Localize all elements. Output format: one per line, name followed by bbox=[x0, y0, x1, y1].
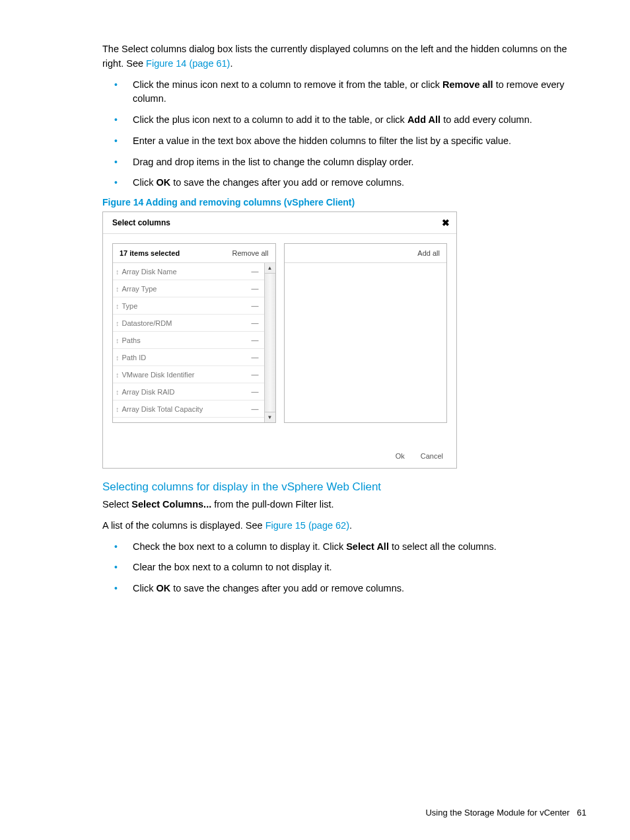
close-icon[interactable]: ✖ bbox=[442, 217, 450, 228]
intro-paragraph: The Select columns dialog box lists the … bbox=[102, 42, 574, 71]
list-item[interactable]: ↕Paths— bbox=[113, 332, 264, 349]
bullet-list-1: Click the minus icon next to a column to… bbox=[102, 78, 574, 191]
figure15-link[interactable]: Figure 15 (page 62) bbox=[265, 520, 349, 531]
add-all-button[interactable]: Add all bbox=[417, 249, 440, 257]
drag-handle-icon[interactable]: ↕ bbox=[116, 285, 120, 293]
body-paragraph: Select Select Columns... from the pull-d… bbox=[102, 498, 574, 512]
remove-all-button[interactable]: Remove all bbox=[232, 249, 268, 257]
body-paragraph: A list of the columns is displayed. See … bbox=[102, 519, 574, 533]
figure14-link[interactable]: Figure 14 (page 61) bbox=[146, 58, 230, 69]
selected-count-label: 17 items selected bbox=[120, 249, 180, 257]
list-item: Enter a value in the text box above the … bbox=[133, 134, 574, 149]
minus-icon[interactable]: — bbox=[252, 336, 259, 344]
drag-handle-icon[interactable]: ↕ bbox=[116, 388, 120, 396]
minus-icon[interactable]: — bbox=[252, 302, 259, 310]
minus-icon[interactable]: — bbox=[252, 371, 259, 379]
minus-icon[interactable]: — bbox=[252, 354, 259, 362]
intro-period: . bbox=[230, 58, 232, 69]
drag-handle-icon[interactable]: ↕ bbox=[116, 268, 120, 276]
drag-handle-icon[interactable]: ↕ bbox=[116, 336, 120, 344]
list-item[interactable]: ↕Datastore/RDM— bbox=[113, 315, 264, 332]
scroll-down-icon[interactable]: ▼ bbox=[265, 412, 275, 422]
list-item[interactable]: ↕Array Disk Name— bbox=[113, 263, 264, 280]
list-item: Click the plus icon next to a column to … bbox=[133, 113, 574, 128]
list-item: Click OK to save the changes after you a… bbox=[133, 582, 574, 596]
list-item[interactable]: ↕Array Disk Total Capacity— bbox=[113, 401, 264, 418]
drag-handle-icon[interactable]: ↕ bbox=[116, 319, 120, 327]
list-item[interactable]: ↕Array Type— bbox=[113, 280, 264, 297]
drag-handle-icon[interactable]: ↕ bbox=[116, 405, 120, 413]
list-item[interactable]: ↕Array Disk RAID— bbox=[113, 383, 264, 401]
list-item[interactable]: ↕VMware Disk Identifier— bbox=[113, 366, 264, 383]
list-item: Clear the box next to a column to not di… bbox=[133, 560, 574, 575]
footer-text: Using the Storage Module for vCenter bbox=[425, 808, 569, 818]
minus-icon[interactable]: — bbox=[252, 405, 259, 413]
bullet-list-2: Check the box next to a column to displa… bbox=[102, 540, 574, 596]
list-item: Click the minus icon next to a column to… bbox=[133, 78, 574, 107]
dialog-title: Select columns bbox=[112, 218, 170, 227]
page-number: 61 bbox=[577, 808, 586, 818]
selected-columns-list: ↕Array Disk Name— ↕Array Type— ↕Type— ↕D… bbox=[113, 263, 264, 422]
ok-button[interactable]: Ok bbox=[396, 452, 405, 460]
list-item: Drag and drop items in the list to chang… bbox=[133, 155, 574, 170]
select-columns-dialog: Select columns ✖ 17 items selected Remov… bbox=[102, 211, 457, 469]
minus-icon[interactable]: — bbox=[252, 319, 259, 327]
page-footer: Using the Storage Module for vCenter 61 bbox=[425, 808, 586, 818]
list-item: Check the box next to a column to displa… bbox=[133, 540, 574, 554]
list-item[interactable]: ↕Path ID— bbox=[113, 349, 264, 366]
cancel-button[interactable]: Cancel bbox=[421, 452, 443, 460]
available-columns-list bbox=[285, 263, 447, 422]
selected-columns-panel: 17 items selected Remove all ↕Array Disk… bbox=[112, 243, 276, 423]
section-heading: Selecting columns for display in the vSp… bbox=[102, 480, 574, 494]
list-item[interactable]: ↕Array Disk Allocated Capacity bbox=[113, 418, 264, 422]
available-columns-panel: Add all bbox=[284, 243, 448, 423]
scroll-up-icon[interactable]: ▲ bbox=[265, 263, 275, 274]
drag-handle-icon[interactable]: ↕ bbox=[116, 302, 120, 310]
scrollbar[interactable]: ▲ ▼ bbox=[264, 263, 275, 422]
list-item[interactable]: ↕Type— bbox=[113, 297, 264, 315]
drag-handle-icon[interactable]: ↕ bbox=[116, 422, 120, 423]
minus-icon[interactable]: — bbox=[252, 268, 259, 276]
figure-caption: Figure 14 Adding and removing columns (v… bbox=[102, 197, 574, 208]
drag-handle-icon[interactable]: ↕ bbox=[116, 354, 120, 362]
minus-icon[interactable]: — bbox=[252, 285, 259, 293]
drag-handle-icon[interactable]: ↕ bbox=[116, 371, 120, 379]
minus-icon[interactable]: — bbox=[252, 388, 259, 396]
list-item: Click OK to save the changes after you a… bbox=[133, 176, 574, 190]
